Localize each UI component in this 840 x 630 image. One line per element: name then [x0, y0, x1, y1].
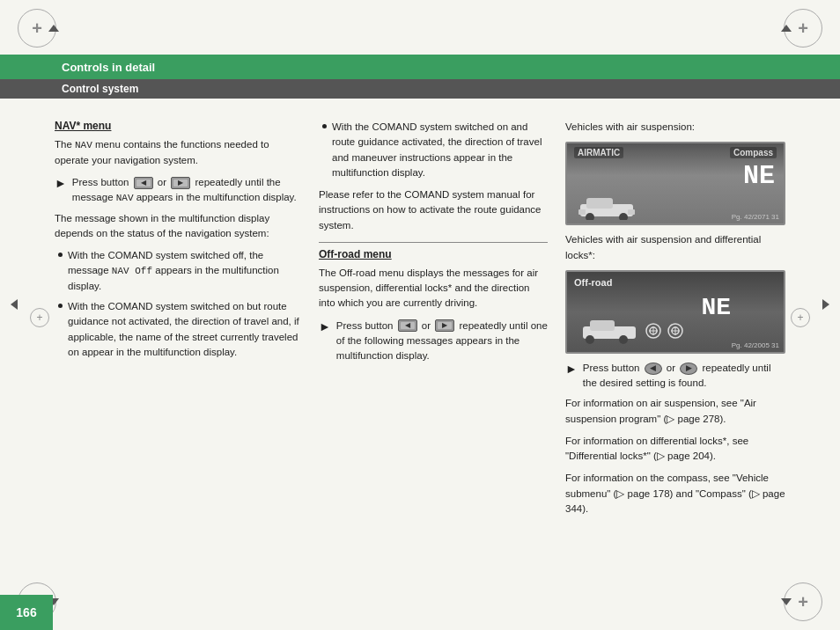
nav-menu-title: NAV* menu: [55, 120, 301, 132]
offroad-desc: The Off-road menu displays the messages …: [319, 266, 548, 311]
airmatic-display: AIRMATIC Compass NE Pg. 42/2071 31: [565, 142, 785, 225]
nav-arrow-item-1: ► Press button ◀ or ▶ repeatedly until t…: [55, 175, 301, 206]
nav-dot-1: With the COMAND system switched off, the…: [55, 248, 301, 294]
air-suspension-ref: For information on air suspension, see "…: [565, 396, 785, 427]
middle-column: With the COMAND system switched on and r…: [319, 102, 548, 575]
airmatic-img-label: Pg. 42/2071 31: [732, 213, 779, 221]
offroad-img-label: Pg. 42/2005 31: [732, 341, 779, 349]
repeatedly-text-1: repeatedly: [195, 177, 242, 187]
offroad-display-label: Off-road: [574, 277, 612, 288]
compass-ref: For information on the compass, see "Veh…: [565, 471, 785, 516]
svg-rect-4: [578, 209, 586, 215]
arrow-tl: [48, 25, 59, 32]
right-arrow-text: Press button ◀ or ▶ repeatedly until the…: [583, 361, 785, 392]
arrow-tr: [781, 25, 792, 32]
mid-dot-section: With the COMAND system switched on and r…: [319, 120, 548, 180]
car-svg-1: [576, 194, 637, 220]
mid-compass-right: [791, 308, 810, 327]
offroad-direction: NE: [701, 294, 731, 321]
svg-point-9: [619, 335, 628, 344]
offroad-display: Off-road NE Pg. 42/2005 31: [565, 270, 785, 354]
comand-ref: Please refer to the COMAND system manual…: [319, 187, 548, 233]
right-arrow-item: ► Press button ◀ or ▶ repeatedly until t…: [565, 361, 785, 392]
content-area: NAV* menu The NAV menu contains the func…: [55, 102, 785, 575]
svg-point-8: [586, 335, 594, 344]
right-column: Vehicles with air suspension: AIRMATIC C…: [565, 102, 785, 575]
air-suspension-label: Vehicles with air suspension:: [565, 120, 785, 135]
svg-rect-5: [628, 209, 635, 215]
mid-arrow-left: [11, 299, 18, 310]
nav-para1: The message shown in the multifunction d…: [55, 211, 301, 242]
bullet-dot-3: [322, 124, 327, 128]
diff-locks-ref: For information on differential locks*, …: [565, 434, 785, 465]
mid-dot-1: With the COMAND system switched on and r…: [319, 120, 548, 180]
sub-header: Control system: [0, 79, 840, 99]
left-column: NAV* menu The NAV menu contains the func…: [55, 102, 301, 575]
press-button-text: Press button: [336, 320, 394, 331]
svg-rect-7: [590, 320, 615, 331]
section-divider-1: [319, 242, 548, 243]
bullet-dot-2: [58, 304, 63, 308]
nav-intro: The NAV menu contains the functions need…: [55, 137, 301, 168]
offroad-menu-title: Off-road menu: [319, 248, 548, 260]
nav-dot-2: With the COMAND system switched on but r…: [55, 299, 301, 360]
air-suspension-diff-label: Vehicles with air suspension and differe…: [565, 232, 785, 263]
offroad-arrow-text: Press button ◀ or ▶ repeatedly until one…: [336, 319, 548, 364]
svg-rect-1: [586, 198, 613, 209]
offroad-arrow-item: ► Press button ◀ or ▶ repeatedly until o…: [319, 319, 548, 364]
arrow-symbol-1: ►: [55, 174, 67, 206]
press-button-text-2: Press button: [583, 363, 640, 373]
arrow-symbol-2: ►: [319, 318, 331, 364]
airmatic-direction: NE: [743, 161, 775, 191]
page-number: 166: [0, 595, 53, 630]
airmatic-label: AIRMATIC: [574, 147, 623, 158]
airmatic-top: AIRMATIC Compass: [567, 143, 784, 162]
sub-header-title: Control system: [62, 83, 138, 95]
arrow-br: [781, 598, 792, 605]
nav-arrow-text-1: Press button ◀ or ▶ repeatedly until the…: [72, 175, 301, 206]
header-title: Controls in detail: [62, 61, 155, 74]
mid-arrow-right: [822, 299, 829, 310]
mid-compass-left: [30, 308, 49, 327]
bullet-dot-1: [58, 253, 63, 257]
offroad-car-svg: [574, 316, 689, 347]
arrow-symbol-3: ►: [565, 360, 578, 392]
page-header: Controls in detail: [0, 55, 840, 79]
compass-label: Compass: [730, 147, 777, 158]
